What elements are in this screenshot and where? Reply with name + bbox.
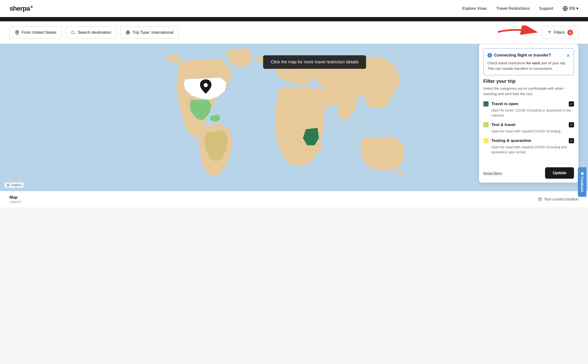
test-travel-swatch bbox=[483, 122, 489, 127]
svg-line-4 bbox=[74, 33, 75, 34]
nav-travel-restrictions[interactable]: Travel Restrictions bbox=[496, 6, 530, 11]
travel-open-label: Travel is open bbox=[491, 102, 518, 106]
bottom-bar: Map Legend Your current location bbox=[0, 191, 588, 207]
map-legend: Map Legend bbox=[9, 195, 21, 204]
filter-item-test-travel-left: Test & travel bbox=[483, 122, 515, 127]
trip-type-label: Trip Type: International bbox=[132, 30, 174, 35]
mapbox-credit: mapbox bbox=[5, 182, 24, 188]
filter-your-trip-title: Filter your trip bbox=[483, 78, 574, 84]
svg-point-2 bbox=[17, 32, 18, 33]
connecting-flight-title-text: Connecting flight or transfer? bbox=[494, 53, 551, 58]
connecting-flight-header: ! Connecting flight or transfer? ∧ bbox=[487, 52, 570, 58]
connecting-flight-title: ! Connecting flight or transfer? bbox=[487, 53, 551, 58]
chevron-down-icon: ▾ bbox=[576, 6, 579, 11]
test-travel-label: Test & travel bbox=[491, 123, 515, 127]
filter-item-travel-open-header: Travel is open ✓ bbox=[483, 101, 574, 107]
current-location: Your current location bbox=[538, 197, 579, 202]
filter-item-test-travel-header: Test & travel ✓ bbox=[483, 122, 574, 127]
logo-text: sherpa bbox=[9, 5, 30, 12]
dark-banner bbox=[0, 17, 588, 21]
filter-footer: Reset filters Update bbox=[479, 163, 578, 182]
filter-item-travel-open: Travel is open ✓ Open for travel. COVID-… bbox=[483, 101, 574, 118]
filter-your-trip-subtitle: Select the categories you're comfortable… bbox=[483, 86, 574, 97]
current-location-text: Your current location bbox=[544, 197, 579, 202]
feedback-label: Feedback bbox=[580, 177, 584, 192]
collapse-connecting-flight-button[interactable]: ∧ bbox=[566, 52, 570, 58]
filter-item-testing-quarantine-header: Testing & quarantine ✓ bbox=[483, 138, 574, 143]
cf-desc-bold: for each bbox=[526, 61, 540, 65]
filter-item-testing-quarantine-left: Testing & quarantine bbox=[483, 138, 531, 143]
mapbox-icon bbox=[7, 183, 10, 187]
red-arrow-svg bbox=[498, 26, 541, 39]
search-label: Search destination bbox=[78, 30, 111, 35]
svg-point-14 bbox=[8, 184, 9, 186]
filter-count-badge: 4 bbox=[567, 30, 573, 35]
map-tooltip: Click the map for more travel restrictio… bbox=[263, 55, 366, 69]
testing-quarantine-checkbox[interactable]: ✓ bbox=[569, 138, 574, 143]
trip-type-button[interactable]: Trip Type: International bbox=[120, 26, 179, 39]
from-button[interactable]: From United States bbox=[9, 26, 62, 39]
location-icon bbox=[538, 197, 542, 202]
main-nav: Explore Visas Travel Restrictions Suppor… bbox=[462, 6, 579, 11]
feedback-icon bbox=[581, 172, 584, 175]
travel-open-swatch bbox=[483, 101, 489, 107]
map-tooltip-text: Click the map for more travel restrictio… bbox=[271, 59, 359, 64]
filters-button[interactable]: Filters 4 bbox=[542, 26, 579, 39]
from-label: From United States bbox=[22, 30, 56, 35]
filters-icon bbox=[547, 30, 552, 35]
reset-filters-button[interactable]: Reset filters bbox=[483, 171, 502, 175]
connecting-flight-box: ! Connecting flight or transfer? ∧ Check… bbox=[483, 48, 574, 75]
nav-support[interactable]: Support bbox=[539, 6, 553, 11]
map-legend-title: Map bbox=[9, 195, 21, 200]
filter-item-travel-open-left: Travel is open bbox=[483, 101, 518, 107]
language-selector[interactable]: EN ▾ bbox=[563, 6, 579, 11]
filter-item-testing-quarantine: Testing & quarantine ✓ Open for travel w… bbox=[483, 138, 574, 155]
cf-desc-prefix: Check travel restrictions bbox=[487, 61, 526, 65]
test-travel-description: Open for travel with required COVID-19 t… bbox=[483, 129, 574, 134]
globe-trip-icon bbox=[126, 30, 130, 35]
travel-open-description: Open for travel. COVID-19 testing or qua… bbox=[483, 108, 574, 118]
search-destination-button[interactable]: Search destination bbox=[65, 26, 116, 39]
nav-explore-visas[interactable]: Explore Visas bbox=[462, 6, 487, 11]
svg-point-3 bbox=[72, 31, 75, 34]
filters-panel: ! Connecting flight or transfer? ∧ Check… bbox=[479, 44, 579, 183]
logo-dot bbox=[30, 6, 33, 8]
search-icon bbox=[71, 30, 75, 35]
travel-open-checkbox[interactable]: ✓ bbox=[569, 101, 574, 107]
header: sherpa Explore Visas Travel Restrictions… bbox=[0, 0, 588, 17]
svg-point-15 bbox=[539, 198, 541, 200]
feedback-tab[interactable]: Feedback bbox=[578, 167, 587, 197]
svg-point-12 bbox=[204, 83, 208, 87]
testing-quarantine-description: Open for travel with required COVID-19 t… bbox=[483, 145, 574, 155]
filter-body: Filter your trip Select the categories y… bbox=[479, 78, 578, 163]
test-travel-checkbox[interactable]: ✓ bbox=[569, 122, 574, 127]
filters-label: Filters bbox=[554, 30, 565, 35]
map-legend-sub: Legend bbox=[9, 200, 21, 204]
filter-item-test-travel: Test & travel ✓ Open for travel with req… bbox=[483, 122, 574, 134]
language-label: EN bbox=[569, 6, 575, 11]
controls-bar: From United States Search destination Tr… bbox=[0, 21, 588, 44]
mapbox-label: mapbox bbox=[11, 183, 22, 187]
map-container[interactable]: Click the map for more travel restrictio… bbox=[0, 44, 588, 191]
location-pin-icon bbox=[15, 30, 19, 35]
update-button[interactable]: Update bbox=[545, 167, 574, 179]
logo[interactable]: sherpa bbox=[9, 5, 33, 12]
connecting-flight-description: Check travel restrictions for each part … bbox=[487, 60, 570, 71]
arrow-indicator bbox=[498, 26, 541, 40]
testing-quarantine-label: Testing & quarantine bbox=[491, 138, 531, 143]
info-icon: ! bbox=[487, 53, 492, 58]
testing-quarantine-swatch bbox=[483, 138, 489, 143]
globe-icon bbox=[563, 6, 568, 11]
